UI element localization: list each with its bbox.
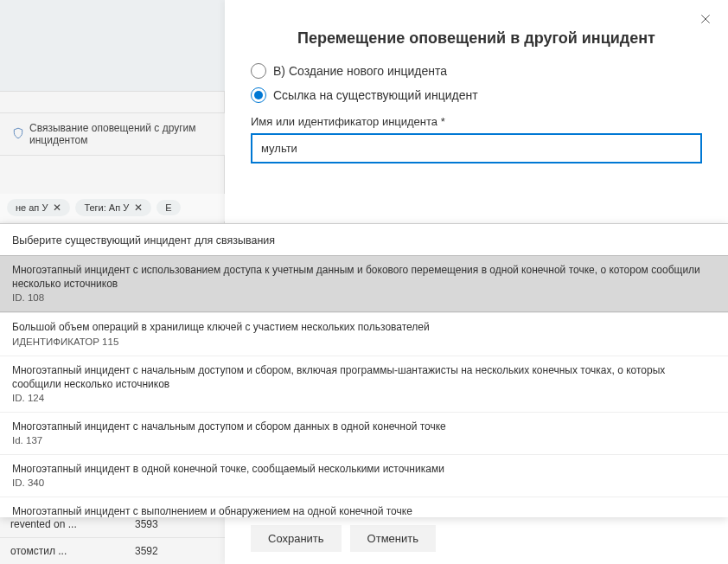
bg-table-rows: revented on ... 3593 отомстил ... 3592 — [0, 510, 225, 564]
dropdown-item-title: Многоэтапный инцидент с начальным доступ… — [12, 420, 716, 433]
close-icon — [699, 12, 712, 26]
close-icon[interactable]: ✕ — [53, 202, 61, 214]
incident-id-input[interactable] — [251, 133, 702, 163]
dropdown-item[interactable]: Многоэтапный инцидент с начальным доступ… — [0, 356, 728, 412]
filter-pill[interactable]: не ап У ✕ — [7, 199, 70, 216]
filter-pill-label: Теги: Ап У — [84, 202, 129, 213]
row-cell: revented on ... — [10, 518, 114, 530]
dropdown-item-id: ID. 340 — [12, 477, 716, 488]
bg-toolbar-block — [0, 0, 225, 92]
dropdown-header: Выберите существующий инцидент для связы… — [0, 224, 728, 255]
bg-filters-row: не ап У ✕ Теги: Ап У ✕ Е — [0, 194, 225, 221]
shield-icon — [12, 127, 24, 142]
option-link-existing[interactable]: Ссылка на существующий инцидент — [251, 87, 702, 103]
bg-info-text: Связывание оповещений с другим инциденто… — [29, 122, 213, 146]
row-cell: 3593 — [135, 518, 187, 530]
dropdown-item[interactable]: Многоэтапный инцидент с использованием д… — [0, 255, 728, 312]
filter-pill[interactable]: Е — [156, 200, 180, 215]
row-cell: отомстил ... — [10, 545, 114, 557]
table-row[interactable]: отомстил ... 3592 — [0, 537, 225, 564]
panel-footer: Сохранить Отменить — [251, 525, 436, 552]
dropdown-item-id: ИДЕНТИФИКАТОР 115 — [12, 336, 716, 347]
radio-unselected-icon[interactable] — [251, 63, 266, 79]
option-create-new[interactable]: В) Создание нового инцидента — [251, 63, 702, 79]
dropdown-item[interactable]: Многоэтапный инцидент с выполнением и об… — [0, 497, 728, 517]
close-icon[interactable]: ✕ — [134, 202, 143, 214]
dropdown-item-title: Многоэтапный инцидент с использованием д… — [12, 263, 716, 291]
filter-pill-label: не ап У — [16, 202, 48, 213]
option-link-existing-label: Ссылка на существующий инцидент — [273, 88, 478, 102]
dropdown-item-id: Id. 137 — [12, 435, 716, 445]
bg-info-bar: Связывание оповещений с другим инциденто… — [0, 112, 225, 156]
radio-selected-icon[interactable] — [251, 87, 266, 103]
dropdown-item-title: Многоэтапный инцидент в одной конечной т… — [12, 462, 716, 476]
filter-pill[interactable]: Теги: Ап У ✕ — [75, 199, 151, 216]
row-cell: 3592 — [135, 545, 187, 557]
panel-body: В) Создание нового инцидента Ссылка на с… — [225, 48, 728, 163]
dropdown-item[interactable]: Многоэтапный инцидент с начальным доступ… — [0, 412, 728, 454]
option-create-new-label: В) Создание нового инцидента — [273, 64, 447, 78]
incident-suggestions-dropdown: Выберите существующий инцидент для связы… — [0, 223, 728, 517]
dropdown-item-title: Многоэтапный инцидент с выполнением и об… — [12, 504, 716, 517]
save-button[interactable]: Сохранить — [251, 525, 342, 552]
dropdown-item-title: Многоэтапный инцидент с начальным доступ… — [12, 363, 716, 391]
incident-id-label: Имя или идентификатор инцидента * — [251, 115, 702, 128]
filter-pill-label: Е — [165, 202, 171, 213]
dropdown-item-id: ID. 108 — [12, 292, 716, 303]
cancel-button[interactable]: Отменить — [350, 525, 436, 552]
dropdown-item[interactable]: Большой объем операций в хранилище ключе… — [0, 312, 728, 355]
dropdown-item-title: Большой объем операций в хранилище ключе… — [12, 320, 716, 334]
dropdown-item-id: ID. 124 — [12, 393, 716, 403]
panel-title: Перемещение оповещений в другой инцидент — [225, 29, 728, 48]
close-panel-button[interactable] — [699, 12, 712, 29]
dropdown-item[interactable]: Многоэтапный инцидент в одной конечной т… — [0, 454, 728, 497]
